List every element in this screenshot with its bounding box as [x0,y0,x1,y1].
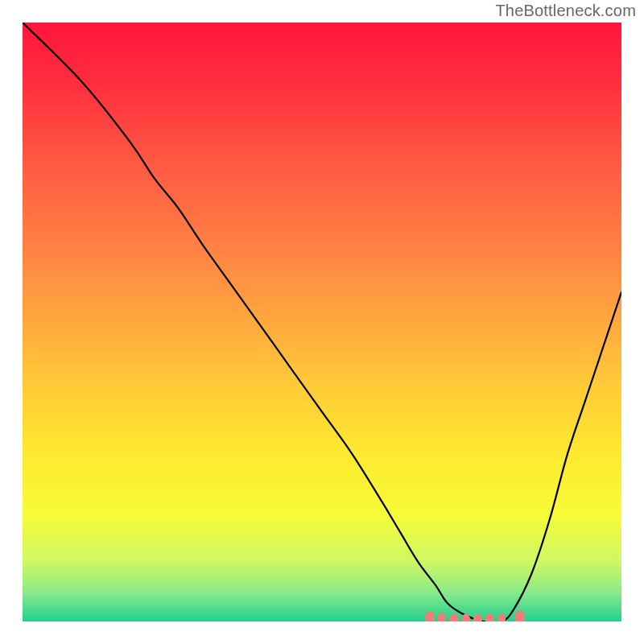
chart-svg [23,23,621,621]
watermark-text: TheBottleneck.com [495,2,636,20]
gradient-background [23,23,621,621]
plot-area [23,23,621,621]
chart-container: TheBottleneck.com [0,0,644,644]
